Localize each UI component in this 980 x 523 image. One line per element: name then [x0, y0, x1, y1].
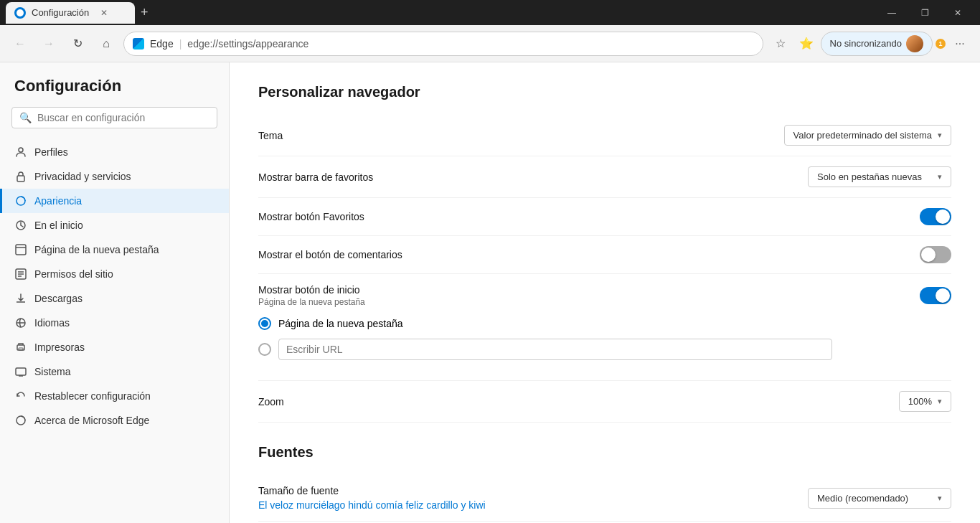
favorites-icon[interactable]: ☆: [769, 32, 792, 55]
sidebar-item-nueva-pestana[interactable]: Página de la nueva pestaña: [0, 237, 229, 262]
more-options-icon[interactable]: ···: [948, 32, 971, 55]
fonts-section: Fuentes Tamaño de fuente El veloz murcié…: [258, 444, 951, 523]
toggle-thumb-inicio: [936, 288, 950, 303]
maximize-button[interactable]: ❐: [908, 0, 941, 25]
section2-title: Fuentes: [258, 444, 951, 461]
reload-button[interactable]: ↻: [66, 32, 89, 55]
toggle-thumb-comentarios: [921, 248, 936, 262]
window-controls: — ❐ ✕: [875, 0, 974, 25]
minimize-button[interactable]: —: [875, 0, 908, 25]
sidebar-item-restablecer[interactable]: Restablecer configuración: [0, 384, 229, 408]
tab-title: Configuración: [32, 7, 89, 18]
sidebar-item-nueva-pestana-label: Página de la nueva pestaña: [34, 244, 159, 255]
tema-dropdown[interactable]: Valor predeterminado del sistema ▾: [784, 125, 951, 146]
profile-button[interactable]: No sincronizando: [821, 32, 933, 56]
zoom-value: 100%: [908, 396, 932, 407]
forward-button[interactable]: →: [37, 32, 60, 55]
impresoras-nav-icon: [14, 341, 27, 354]
boton-inicio-toggle[interactable]: [920, 287, 951, 304]
tema-value: Valor predeterminado del sistema: [793, 130, 932, 141]
svg-rect-5: [16, 245, 26, 255]
barra-favoritos-row: Mostrar barra de favoritos Solo en pesta…: [258, 156, 951, 198]
boton-comentarios-toggle[interactable]: [920, 246, 951, 263]
url-input-field[interactable]: [278, 339, 832, 360]
active-tab[interactable]: Configuración ✕: [6, 2, 135, 24]
section1-title: Personalizar navegador: [258, 84, 951, 100]
radio-circle-url[interactable]: [258, 343, 271, 356]
tab-close-button[interactable]: ✕: [98, 6, 110, 19]
sidebar-item-restablecer-label: Restablecer configuración: [34, 390, 151, 402]
boton-comentarios-row: Mostrar el botón de comentarios: [258, 236, 951, 274]
home-button[interactable]: ⌂: [95, 32, 118, 55]
back-button[interactable]: ←: [9, 32, 32, 55]
toolbar-icons: ☆ ⭐ No sincronizando 1 ···: [769, 32, 971, 56]
startup-nav-icon: [14, 219, 27, 232]
downloads-nav-icon: [14, 292, 27, 305]
barra-favoritos-dropdown[interactable]: Solo en pestañas nuevas ▾: [808, 166, 951, 187]
boton-comentarios-label: Mostrar el botón de comentarios: [258, 249, 402, 260]
main-layout: Configuración 🔍 Perfiles Privacidad y se…: [0, 62, 980, 523]
edge-favicon: [133, 38, 144, 50]
close-button[interactable]: ✕: [941, 0, 974, 25]
barra-favoritos-label: Mostrar barra de favoritos: [258, 171, 373, 183]
barra-favoritos-dropdown-arrow: ▾: [938, 172, 942, 182]
sidebar-item-idiomas[interactable]: Idiomas: [0, 311, 229, 335]
tema-dropdown-arrow: ▾: [938, 131, 942, 140]
sidebar-item-impresoras[interactable]: Impresoras: [0, 335, 229, 359]
svg-rect-2: [17, 176, 24, 182]
sidebar: Configuración 🔍 Perfiles Privacidad y se…: [0, 62, 230, 523]
tamano-fuente-value: Medio (recomendado): [817, 493, 908, 504]
sidebar-item-perfiles[interactable]: Perfiles: [0, 140, 229, 164]
sidebar-item-privacidad[interactable]: Privacidad y servicios: [0, 164, 229, 189]
tamano-fuente-dropdown[interactable]: Medio (recomendado) ▾: [808, 488, 951, 509]
boton-inicio-row: Mostrar botón de inicio Página de la nue…: [258, 274, 951, 381]
sidebar-item-acerca-label: Acerca de Microsoft Edge: [34, 415, 149, 426]
radio-nueva-pestana[interactable]: Página de la nueva pestaña: [258, 313, 832, 334]
radio-circle-nueva-pestana: [258, 317, 271, 330]
address-bar: ← → ↻ ⌂ Edge | edge://settings/appearanc…: [0, 25, 980, 62]
zoom-row: Zoom 100% ▾: [258, 381, 951, 423]
sidebar-item-inicio[interactable]: En el inicio: [0, 213, 229, 237]
boton-favoritos-row: Mostrar botón Favoritos: [258, 198, 951, 236]
restablecer-nav-icon: [14, 390, 27, 402]
svg-rect-9: [19, 348, 23, 350]
svg-rect-10: [16, 368, 26, 375]
new-tab-button[interactable]: +: [141, 5, 149, 20]
barra-favoritos-value: Solo en pestañas nuevas: [817, 171, 922, 182]
sistema-nav-icon: [14, 365, 27, 378]
sidebar-title: Configuración: [0, 77, 229, 107]
url-separator: |: [179, 38, 182, 50]
url-bar[interactable]: Edge | edge://settings/appearance: [123, 32, 763, 56]
sidebar-item-privacidad-label: Privacidad y servicios: [34, 171, 131, 182]
settings-content: Personalizar navegador Tema Valor predet…: [230, 62, 980, 523]
collections-icon[interactable]: ⭐: [795, 32, 818, 55]
sidebar-item-acerca[interactable]: Acerca de Microsoft Edge: [0, 408, 229, 433]
tema-row: Tema Valor predeterminado del sistema ▾: [258, 115, 951, 156]
sidebar-item-inicio-label: En el inicio: [34, 220, 83, 231]
tema-label: Tema: [258, 130, 283, 141]
boton-favoritos-toggle[interactable]: [920, 208, 951, 225]
newtab-nav-icon: [14, 243, 27, 256]
font-sample-text: El veloz murciélago hindú comía feliz ca…: [258, 499, 486, 511]
sidebar-item-perfiles-label: Perfiles: [34, 146, 68, 158]
idiomas-nav-icon: [14, 316, 27, 329]
inicio-radio-group: Página de la nueva pestaña: [258, 307, 832, 370]
search-input[interactable]: [37, 112, 209, 123]
url-full-text: edge://settings/appearance: [187, 38, 308, 50]
sidebar-item-descargas[interactable]: Descargas: [0, 286, 229, 311]
sidebar-item-sistema[interactable]: Sistema: [0, 359, 229, 384]
tab-favicon: [14, 7, 26, 19]
notification-badge: 1: [936, 39, 946, 49]
permisos-nav-icon: [14, 268, 27, 281]
boton-favoritos-label: Mostrar botón Favoritos: [258, 211, 364, 222]
url-brand-text: Edge: [150, 38, 174, 50]
zoom-label: Zoom: [258, 396, 284, 407]
search-box[interactable]: 🔍: [11, 107, 217, 128]
profile-label: No sincronizando: [830, 38, 902, 49]
lock-nav-icon: [14, 170, 27, 183]
sidebar-item-sistema-label: Sistema: [34, 366, 71, 377]
sidebar-item-apariencia[interactable]: Apariencia: [0, 189, 229, 213]
zoom-dropdown[interactable]: 100% ▾: [899, 391, 951, 412]
boton-inicio-sublabel: Página de la nueva pestaña: [258, 297, 365, 307]
sidebar-item-permisos[interactable]: Permisos del sitio: [0, 262, 229, 286]
